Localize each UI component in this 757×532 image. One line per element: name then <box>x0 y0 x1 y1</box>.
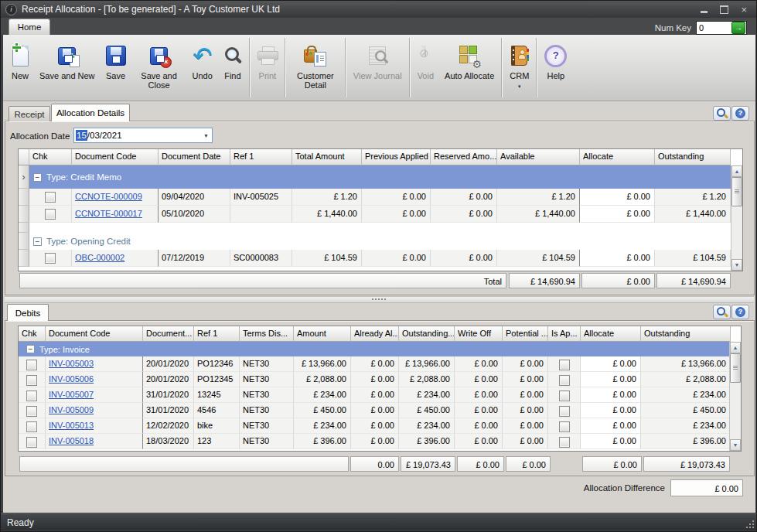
row-selector[interactable] <box>19 206 29 223</box>
row-check-cell[interactable] <box>19 418 46 434</box>
column-header-outstanding-amount[interactable]: Outstanding... <box>399 326 455 342</box>
column-header-write-off[interactable]: Write Off <box>455 326 503 342</box>
document-link[interactable]: INV-005007 <box>49 390 94 399</box>
is-applied-cell[interactable] <box>548 403 581 418</box>
group-row-invoice[interactable]: − Type: Invoice <box>19 342 729 356</box>
column-header-ref1[interactable]: Ref 1 <box>230 149 292 165</box>
checkbox-icon[interactable] <box>26 437 37 448</box>
allocation-date-input[interactable]: 15 /03/2021 ▼ <box>73 128 213 143</box>
row-check-cell[interactable] <box>29 250 72 267</box>
is-applied-cell[interactable] <box>548 434 581 449</box>
allocate-cell[interactable]: £ 0.00 <box>581 372 641 387</box>
column-header-already-allocated[interactable]: Already Al... <box>351 326 399 342</box>
column-header-ref1[interactable]: Ref 1 <box>194 326 240 342</box>
date-rest-segment[interactable]: /03/2021 <box>87 131 122 140</box>
is-applied-cell[interactable] <box>548 418 581 434</box>
document-link[interactable]: INV-005003 <box>49 359 94 368</box>
column-header-is-applied[interactable]: Is Ap... <box>548 326 581 342</box>
column-header-chk[interactable]: Chk <box>19 326 46 342</box>
group-row-credit-memo[interactable]: › −Type: Credit Memo <box>19 165 731 189</box>
is-applied-cell[interactable] <box>548 387 581 403</box>
save-and-close-button[interactable]: × Save and Close <box>131 35 187 101</box>
collapse-icon[interactable]: − <box>26 345 35 353</box>
close-icon[interactable]: × <box>741 5 747 15</box>
allocate-cell[interactable]: £ 0.00 <box>581 418 641 434</box>
document-link[interactable]: CCNOTE-000017 <box>75 209 142 218</box>
row-selector[interactable] <box>19 233 29 250</box>
row-selector[interactable] <box>19 250 29 267</box>
document-link[interactable]: INV-005006 <box>49 374 94 384</box>
grid-help-button[interactable]: ? <box>731 106 749 121</box>
column-header-document-code[interactable]: Document Code <box>46 326 143 342</box>
scroll-down-icon[interactable]: ▼ <box>730 439 741 451</box>
checkbox-icon[interactable] <box>26 406 37 417</box>
grid-help-button[interactable]: ? <box>731 305 749 319</box>
column-header-chk[interactable]: Chk <box>29 149 72 165</box>
scroll-up-icon[interactable]: ▲ <box>731 165 742 177</box>
checkbox-icon[interactable] <box>26 360 37 370</box>
column-header-previous-applied[interactable]: Previous Applied <box>362 149 431 165</box>
checkbox-icon[interactable] <box>45 253 56 264</box>
collapse-icon[interactable]: − <box>33 237 42 246</box>
auto-allocate-button[interactable]: ⚙ Auto Allocate <box>439 35 500 101</box>
checkbox-icon[interactable] <box>559 437 570 448</box>
row-selector[interactable] <box>19 189 29 206</box>
scrollbar-thumb[interactable] <box>731 177 742 206</box>
new-button[interactable]: New <box>6 35 34 101</box>
help-button[interactable]: ? Help <box>539 35 572 101</box>
document-link[interactable]: CCNOTE-000009 <box>75 192 142 201</box>
vertical-scrollbar[interactable]: ▲ ▼ <box>729 342 741 451</box>
row-check-cell[interactable] <box>29 206 72 223</box>
vertical-scrollbar[interactable]: ▲ ▼ <box>731 165 742 271</box>
tab-receipt[interactable]: Receipt <box>9 106 50 121</box>
allocate-cell[interactable]: £ 0.00 <box>581 434 641 449</box>
row-selector[interactable]: › <box>19 165 29 189</box>
date-selected-segment[interactable]: 15 <box>76 130 87 141</box>
row-check-cell[interactable] <box>19 403 46 418</box>
column-header-allocate[interactable]: Allocate <box>580 149 655 165</box>
tab-allocation-details[interactable]: Allocation Details <box>51 104 130 121</box>
checkbox-icon[interactable] <box>559 360 570 370</box>
checkbox-icon[interactable] <box>559 390 570 401</box>
column-header-terms-discount[interactable]: Terms Dis... <box>240 326 294 342</box>
column-header-outstanding[interactable]: Outstanding <box>655 149 731 165</box>
row-check-cell[interactable] <box>19 387 46 403</box>
num-key-value[interactable]: 0 <box>697 23 731 32</box>
checkbox-icon[interactable] <box>26 375 37 386</box>
checkbox-icon[interactable] <box>26 421 37 432</box>
allocate-cell[interactable]: £ 0.00 <box>581 387 641 403</box>
checkbox-icon[interactable] <box>559 421 570 432</box>
ribbon-tab-home[interactable]: Home <box>9 19 50 35</box>
is-applied-cell[interactable] <box>548 356 581 372</box>
customer-detail-button[interactable]: Customer Detail <box>288 35 343 101</box>
checkbox-icon[interactable] <box>26 390 37 401</box>
document-link[interactable]: INV-005009 <box>49 405 94 414</box>
checkbox-icon[interactable] <box>559 406 570 417</box>
column-header-document-code[interactable]: Document Code <box>72 149 159 165</box>
grid-customize-button[interactable] <box>713 305 731 319</box>
scroll-up-icon[interactable]: ▲ <box>730 342 741 353</box>
chevron-down-icon[interactable]: ▼ <box>200 133 212 138</box>
num-key-input[interactable]: 0 → <box>696 21 747 35</box>
column-header-document-date[interactable]: Document... <box>143 326 194 342</box>
document-link[interactable]: INV-005018 <box>49 436 94 445</box>
column-header-potential[interactable]: Potential ... <box>503 326 548 342</box>
row-check-cell[interactable] <box>19 356 46 372</box>
tab-debits[interactable]: Debits <box>7 304 49 321</box>
column-header-total-amount[interactable]: Total Amount <box>292 149 362 165</box>
allocate-cell[interactable]: £ 0.00 <box>581 403 641 418</box>
document-link[interactable]: INV-005013 <box>49 421 94 430</box>
resize-grip-icon[interactable] <box>745 520 754 528</box>
save-button[interactable]: Save <box>101 35 131 101</box>
document-link[interactable]: OBC-000002 <box>75 253 124 262</box>
is-applied-cell[interactable] <box>548 372 581 387</box>
column-header-document-date[interactable]: Document Date <box>159 149 230 165</box>
allocate-cell[interactable]: £ 0.00 <box>580 250 655 267</box>
horizontal-splitter[interactable] <box>5 296 754 303</box>
save-and-new-button[interactable]: Save and New <box>34 35 101 101</box>
row-check-cell[interactable] <box>19 434 46 449</box>
checkbox-icon[interactable] <box>559 375 570 386</box>
allocate-cell[interactable]: £ 0.00 <box>580 206 655 223</box>
column-header-available[interactable]: Available <box>497 149 580 165</box>
column-header-allocate[interactable]: Allocate <box>581 326 641 342</box>
